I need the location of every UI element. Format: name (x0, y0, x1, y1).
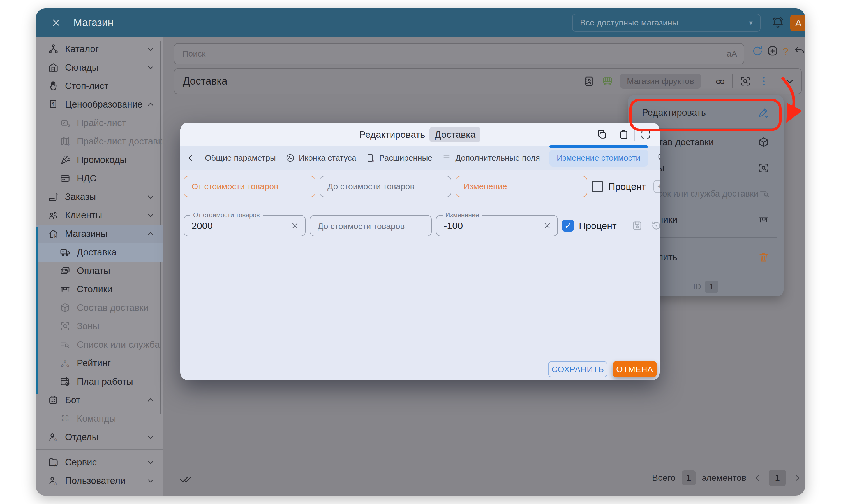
percent-label: Процент (579, 220, 617, 231)
tab-price-change[interactable]: Изменение стоимости (549, 149, 648, 167)
sidebar-item-bot[interactable]: Бот (36, 391, 162, 409)
sidebar-item-stop-list[interactable]: Стоп-лист (36, 77, 162, 95)
percent-checkbox-checked[interactable]: ✓ (562, 220, 574, 232)
chevron-down-icon (146, 476, 155, 486)
sidebar-item-price-list[interactable]: $ Прайс-лист (36, 114, 162, 132)
tab-tag[interactable]: Тег (657, 153, 659, 163)
kebab-menu-icon[interactable] (758, 75, 770, 87)
sidebar-item-clients[interactable]: Клиенты (36, 206, 162, 224)
package-icon (758, 137, 770, 148)
sidebar-item-zones[interactable]: Зоны (36, 317, 162, 336)
tab-status-icon[interactable]: Иконка статуса (286, 153, 356, 163)
page-next-icon[interactable] (792, 473, 802, 483)
help-icon[interactable]: ? (783, 46, 788, 58)
store-filter-select[interactable]: Все доступные магазины ▾ (572, 14, 760, 32)
double-check-icon[interactable] (179, 472, 192, 485)
sidebar-item-warehouses[interactable]: Склады (36, 58, 162, 77)
sidebar-item-departments[interactable]: ☆ Отделы (36, 428, 162, 446)
to-price-value-input[interactable] (310, 220, 431, 231)
chevron-down-icon[interactable] (784, 75, 795, 87)
tab-extra-fields[interactable]: Дополнительные поля (442, 153, 539, 163)
sidebar-item-users[interactable]: ☆ Пользователи (36, 471, 162, 490)
total-count-badge: 1 (682, 470, 696, 485)
svg-text:$: $ (52, 101, 55, 106)
tab-general-params[interactable]: Общие параметры (205, 154, 276, 163)
journal-icon[interactable] (583, 75, 595, 87)
sidebar-item-delivery-contents[interactable]: Состав доставки (36, 299, 162, 317)
bot-icon (48, 395, 59, 406)
avatar[interactable]: A (790, 15, 805, 31)
edit-delivery-modal: Редактировать Доставка Общие параметры И… (180, 123, 659, 380)
sidebar-item-orders[interactable]: Заказы (36, 187, 162, 206)
add-rule-icon[interactable]: + (653, 180, 659, 193)
change-value-input[interactable] (436, 220, 543, 231)
refresh-icon[interactable] (751, 45, 763, 57)
user-star-icon: ☆ (48, 475, 59, 486)
total-prefix: Всего (652, 473, 675, 483)
bottom-bar: Всего 1 элементов 1 (162, 470, 805, 487)
sidebar-item-rating[interactable]: ☆☆☆ Рейтинг (36, 354, 162, 373)
svg-text:⌘: ⌘ (61, 413, 70, 424)
svg-text:☆: ☆ (54, 463, 57, 468)
notifications-bell-icon[interactable] (771, 16, 785, 30)
copy-icon[interactable] (596, 129, 607, 140)
reset-row-icon[interactable] (650, 220, 659, 232)
catalog-icon (48, 43, 59, 55)
sidebar-item-shops[interactable]: $ Магазины (36, 224, 162, 243)
delivery-bus-icon[interactable] (602, 75, 613, 87)
sidebar-item-vat[interactable]: НДС (36, 169, 162, 187)
from-price-value-input[interactable] (184, 220, 290, 231)
tables-icon (59, 284, 71, 295)
close-icon[interactable] (50, 17, 62, 28)
sidebar-item-promocodes[interactable]: Промокоды (36, 151, 162, 169)
zone-scan-icon (758, 162, 770, 174)
panel-title: Доставка (183, 75, 227, 87)
sidebar-item-catalog[interactable]: Каталог (36, 40, 162, 58)
cancel-button[interactable]: ОТМЕНА (613, 361, 657, 377)
schedule-icon (59, 376, 71, 387)
change-label: Изменение (443, 211, 482, 219)
sidebar-item-tables[interactable]: Столики (36, 280, 162, 299)
status-image-icon (286, 153, 295, 163)
chevron-down-icon (146, 432, 155, 442)
map-price-icon: $ (59, 136, 71, 147)
to-price-input[interactable] (320, 176, 451, 197)
new-rule-row: Процент + (184, 176, 659, 197)
pagination: Всего 1 элементов 1 (652, 470, 802, 486)
store-tag-chip[interactable]: Магазин фруктов (620, 74, 701, 89)
rating-stars-icon: ☆☆☆ (59, 358, 71, 369)
clear-icon[interactable] (543, 221, 552, 230)
modal-title: Редактировать (359, 129, 425, 140)
sidebar-item-payments[interactable]: Оплаты (36, 262, 162, 280)
save-row-icon[interactable] (631, 220, 643, 232)
change-field: Изменение (436, 215, 558, 236)
sidebar-item-pricing[interactable]: $ Ценообразование (36, 95, 162, 114)
sidebar-item-commands[interactable]: ⌘ Команды (36, 409, 162, 428)
search-field: аА (174, 43, 744, 65)
sidebar-item-list-or-service[interactable]: Список или служба (36, 336, 162, 354)
search-input[interactable] (174, 49, 727, 58)
save-button[interactable]: СОХРАНИТЬ (548, 361, 607, 377)
sidebar-item-work-schedule[interactable]: План работы (36, 373, 162, 391)
undo-icon[interactable] (793, 45, 805, 57)
sidebar-item-delivery[interactable]: Доставка (36, 243, 162, 262)
tabs-scroll-left-icon[interactable] (185, 153, 195, 163)
clipboard-icon[interactable] (618, 129, 629, 140)
topbar: Магазин Все доступные магазины ▾ A (36, 8, 805, 37)
sidebar-item-service[interactable]: ☆ Сервис (36, 453, 162, 471)
tab-advanced[interactable]: ☆ Расширенные (366, 153, 432, 163)
page-prev-icon[interactable] (752, 473, 762, 483)
annotation-highlight-rect (629, 98, 782, 131)
infinity-icon[interactable]: ∞ (715, 76, 725, 87)
sidebar-menu: Каталог Склады Стоп-лист $ Ценообразован… (36, 40, 162, 490)
add-icon[interactable] (767, 45, 779, 57)
from-price-input[interactable] (184, 176, 315, 197)
percent-checkbox[interactable] (591, 181, 603, 192)
sidebar-item-delivery-price-list[interactable]: $ Прайс-лист доставки (36, 132, 162, 151)
page-number-badge[interactable]: 1 (769, 470, 786, 486)
change-input[interactable] (456, 176, 587, 197)
svg-text:☆: ☆ (66, 363, 70, 368)
font-size-toggle-icon[interactable]: аА (727, 49, 737, 58)
clear-icon[interactable] (290, 221, 299, 230)
scan-search-icon[interactable] (739, 75, 751, 87)
